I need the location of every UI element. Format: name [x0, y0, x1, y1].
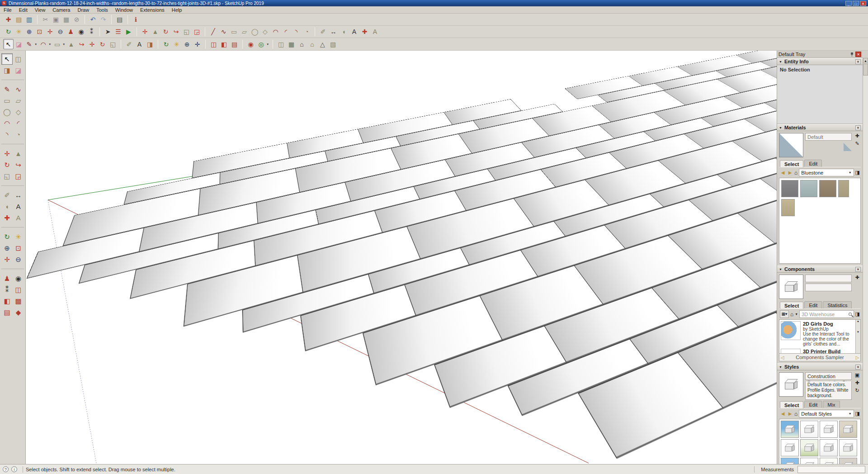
- entity-info-close[interactable]: ✕: [855, 59, 861, 64]
- rotated-rectangle-button[interactable]: ▱: [239, 27, 250, 37]
- line-button[interactable]: ╱: [208, 27, 218, 37]
- component-desc-field[interactable]: [805, 284, 852, 291]
- paint-bucket-button[interactable]: ◨: [145, 39, 155, 49]
- move-button[interactable]: ✛: [140, 27, 150, 37]
- rectangle-tool[interactable]: ▭: [1, 95, 13, 106]
- material-name-field[interactable]: Default: [805, 133, 852, 141]
- line-tool[interactable]: ✎: [1, 84, 13, 95]
- paste-button[interactable]: ▦: [61, 14, 71, 25]
- move-tool[interactable]: ✛: [1, 148, 13, 159]
- material-swatch-bluestone-striped[interactable]: [800, 180, 817, 197]
- freehand-tool[interactable]: ∿: [13, 84, 24, 95]
- help-icon[interactable]: ?: [3, 466, 9, 472]
- open-button[interactable]: ▤: [14, 14, 24, 25]
- scroll-thumb[interactable]: [863, 64, 868, 76]
- look-around-tool[interactable]: ◉: [13, 273, 24, 284]
- display-style-icon[interactable]: ▣: [855, 372, 859, 378]
- materials-tab-select[interactable]: Select: [780, 160, 803, 167]
- scale-button[interactable]: ◱: [181, 27, 192, 37]
- styles-header[interactable]: ▼ Styles ✕: [777, 363, 863, 370]
- share-component-button[interactable]: ▧: [328, 39, 338, 49]
- rectangle-button[interactable]: ▭: [229, 27, 239, 37]
- entity-info-button[interactable]: ☰: [113, 27, 123, 37]
- circle-button[interactable]: ◯: [250, 27, 260, 37]
- menu-file[interactable]: File: [0, 7, 15, 13]
- style-white-4[interactable]: [839, 439, 857, 456]
- new-button[interactable]: ✚: [3, 14, 14, 25]
- section-plane-button[interactable]: ◫: [208, 39, 219, 49]
- zoom-window-button[interactable]: ⊡: [34, 27, 45, 37]
- zoom-extents-button[interactable]: ✛: [45, 27, 55, 37]
- tape-measure-tool[interactable]: ✐: [1, 190, 13, 201]
- rotate-button[interactable]: ↻: [97, 39, 108, 49]
- details-icon[interactable]: ◨: [855, 170, 860, 175]
- select-tool[interactable]: ↖: [1, 53, 13, 65]
- 3d-text-tool[interactable]: A: [13, 212, 24, 223]
- menu-extensions[interactable]: Extensions: [137, 7, 168, 13]
- entity-info-header[interactable]: ▼ Entity Info ✕: [777, 58, 863, 65]
- push-pull-tool[interactable]: ▲: [13, 148, 24, 159]
- make-component-tool[interactable]: ◫: [13, 53, 24, 65]
- menu-help[interactable]: Help: [168, 7, 186, 13]
- freehand-button[interactable]: ∿: [218, 27, 229, 37]
- sampler-next-icon[interactable]: ▷: [854, 355, 860, 360]
- rotated-rectangle-tool[interactable]: ▱: [13, 95, 24, 106]
- copy-button[interactable]: ▣: [51, 14, 61, 25]
- material-swatch-stone-tan[interactable]: [781, 199, 795, 216]
- create-component-icon[interactable]: ✚: [855, 275, 859, 280]
- undo-button[interactable]: ↶: [88, 14, 98, 25]
- component-name-field[interactable]: [805, 275, 852, 282]
- menu-tools[interactable]: Tools: [93, 7, 112, 13]
- section-plane-tool[interactable]: ◫: [13, 284, 24, 295]
- line-dropdown-icon[interactable]: ▾: [35, 43, 37, 46]
- erase-button[interactable]: ⊘: [71, 14, 82, 25]
- styles-tab-select[interactable]: Select: [780, 401, 803, 408]
- extension-warehouse-button[interactable]: ⌂: [307, 39, 317, 49]
- pan-tool[interactable]: ✳: [13, 231, 24, 242]
- position-camera-button[interactable]: ♟: [66, 27, 76, 37]
- cut-button[interactable]: ✂: [40, 14, 51, 25]
- component-item[interactable]: 2D Girls Dogby SketchUpUse the Interact …: [781, 321, 859, 346]
- arc-dropdown-icon[interactable]: ▾: [49, 43, 51, 46]
- components-tab-select[interactable]: Select: [780, 302, 803, 309]
- create-material-icon[interactable]: ✚: [855, 133, 859, 139]
- select-button[interactable]: ↖: [3, 39, 14, 49]
- print-button[interactable]: ▤: [114, 14, 125, 25]
- polygon-button[interactable]: ◇: [260, 27, 270, 37]
- components-header[interactable]: ▼ Components ✕: [777, 265, 863, 273]
- push-pull-button[interactable]: ▲: [66, 39, 76, 49]
- share-model-button[interactable]: △: [317, 39, 328, 49]
- arc-tool[interactable]: ◠: [1, 118, 13, 129]
- text-button[interactable]: A: [134, 39, 145, 49]
- styles-close[interactable]: ✕: [855, 365, 861, 370]
- style-white-3[interactable]: [820, 439, 838, 456]
- zoom-tool[interactable]: ⊕: [1, 242, 13, 254]
- warehouse-search-input[interactable]: 3D Warehouse: [799, 310, 854, 318]
- push-pull-button[interactable]: ▲: [150, 27, 160, 37]
- pin-icon[interactable]: [849, 52, 854, 57]
- pie-button[interactable]: ◔: [302, 27, 312, 37]
- eraser-button[interactable]: ◪: [14, 39, 24, 49]
- add-location-button[interactable]: ◉: [245, 39, 256, 49]
- pie-tool[interactable]: ◔: [13, 129, 24, 140]
- style-beige[interactable]: [839, 421, 857, 438]
- component-item[interactable]: 3D Printer Build Volumeby SketchUp C: [781, 349, 859, 354]
- offset-tool[interactable]: ◲: [13, 171, 24, 182]
- materials-tab-edit[interactable]: Edit: [804, 160, 822, 167]
- in-model-components-icon[interactable]: ⌂: [790, 311, 793, 318]
- collections-dd-icon[interactable]: ▼: [795, 313, 798, 316]
- scale-button[interactable]: ◱: [108, 39, 118, 49]
- materials-header[interactable]: ▼ Materials ✕: [777, 124, 863, 131]
- minimize-button[interactable]: _: [845, 1, 852, 6]
- styles-tab-edit[interactable]: Edit: [804, 401, 822, 408]
- forward-arrow-icon[interactable]: ▶: [787, 170, 793, 175]
- pan-button[interactable]: ✳: [171, 39, 182, 49]
- polygon-tool[interactable]: ◇: [13, 106, 24, 118]
- details-icon[interactable]: ◨: [855, 411, 860, 417]
- style-blue-sky[interactable]: [781, 421, 799, 438]
- dimension-tool[interactable]: ↔: [13, 190, 24, 201]
- plank-floor-model[interactable]: [26, 51, 777, 464]
- style-white-1[interactable]: [800, 421, 818, 438]
- components-close[interactable]: ✕: [855, 267, 861, 272]
- text-tool[interactable]: A: [13, 201, 24, 212]
